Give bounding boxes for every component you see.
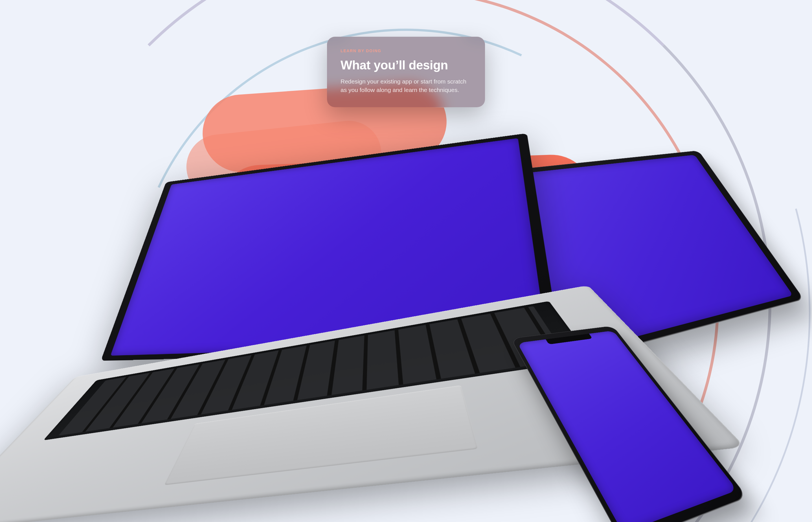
hero-card: LEARN BY DOING What you’ll design Redesi… [327, 37, 485, 107]
hero-title: What you’ll design [341, 58, 471, 72]
hero-eyebrow: LEARN BY DOING [341, 48, 471, 53]
background-blobs [203, 89, 610, 413]
blob-shape [234, 310, 530, 411]
hero-body: Redesign your existing app or start from… [341, 77, 471, 95]
